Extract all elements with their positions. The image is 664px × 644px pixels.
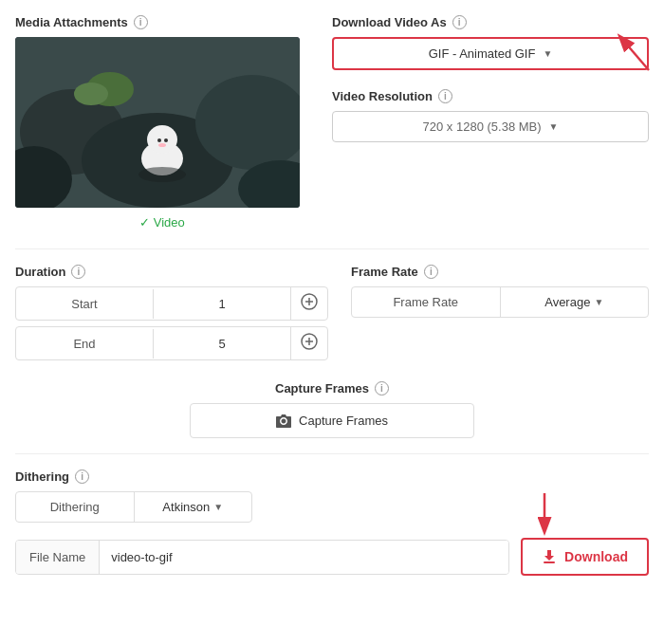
format-arrow-container: GIF - Animated GIF ▼ [332, 37, 649, 70]
start-value[interactable]: 1 [154, 289, 290, 319]
increment-icon-2 [301, 333, 318, 350]
divider-1 [15, 248, 649, 249]
download-video-as-title: Download Video As [332, 15, 447, 29]
capture-section: Capture Frames i Capture Frames [15, 381, 649, 438]
framerate-col-label: Frame Rate [352, 287, 501, 317]
resolution-value: 720 x 1280 (5.38 MB) [423, 120, 542, 134]
filename-input[interactable] [100, 541, 508, 574]
media-attachments-panel: Media Attachments i [15, 15, 309, 230]
start-row: Start 1 [15, 286, 328, 321]
capture-frames-title: Capture Frames [275, 381, 369, 396]
download-options-panel: Download Video As i GIF - Animated GIF ▼… [332, 15, 649, 230]
svg-point-7 [74, 83, 108, 105]
dithering-row: Dithering Atkinson ▼ [15, 491, 252, 523]
camera-icon [276, 414, 291, 428]
svg-point-13 [164, 138, 168, 142]
frame-rate-title: Frame Rate [351, 265, 418, 279]
resolution-select[interactable]: 720 x 1280 (5.38 MB) ▼ [332, 111, 649, 142]
start-increment-btn[interactable] [290, 287, 327, 320]
end-value[interactable]: 5 [154, 329, 290, 359]
middle-section: Duration i Start 1 End 5 [15, 265, 649, 366]
dithering-value-select[interactable]: Atkinson ▼ [135, 492, 252, 522]
end-row: End 5 [15, 326, 328, 360]
media-thumbnail [15, 37, 300, 208]
filename-label: File Name [16, 541, 100, 574]
divider-2 [15, 453, 649, 454]
dithering-value: Atkinson [162, 500, 210, 514]
thumbnail-svg [15, 37, 300, 208]
capture-frames-info-icon[interactable]: i [375, 381, 389, 396]
filename-row: File Name [15, 540, 509, 575]
framerate-dropdown-arrow: ▼ [594, 297, 603, 307]
start-label: Start [16, 289, 154, 319]
svg-rect-26 [544, 561, 555, 563]
dithering-col-label: Dithering [16, 492, 135, 522]
media-attachments-info-icon[interactable]: i [134, 15, 148, 29]
dithering-info-icon[interactable]: i [75, 469, 89, 484]
format-value: GIF - Animated GIF [429, 46, 536, 61]
increment-icon [301, 293, 318, 310]
bottom-section: File Name Download [15, 538, 649, 576]
end-increment-btn[interactable] [290, 327, 327, 359]
download-arrow-indicator [521, 488, 568, 536]
svg-line-17 [620, 37, 649, 70]
capture-frames-btn[interactable]: Capture Frames [190, 403, 474, 438]
format-dropdown-arrow: ▼ [543, 48, 552, 59]
duration-info-icon[interactable]: i [71, 265, 85, 279]
download-btn[interactable]: Download [521, 538, 649, 576]
resolution-info-icon[interactable]: i [438, 89, 452, 103]
capture-frames-btn-label: Capture Frames [299, 414, 388, 428]
svg-point-14 [158, 143, 166, 147]
thumbnail-image [15, 37, 300, 208]
download-video-as-info-icon[interactable]: i [452, 15, 467, 29]
svg-point-12 [157, 138, 161, 142]
video-label: Video [15, 215, 309, 230]
red-arrow-indicator [601, 28, 658, 75]
dithering-title: Dithering [15, 469, 69, 484]
media-attachments-title: Media Attachments [15, 15, 128, 29]
frame-rate-info-icon[interactable]: i [424, 265, 438, 279]
download-btn-label: Download [564, 549, 628, 564]
end-label: End [16, 329, 154, 359]
svg-point-15 [138, 167, 186, 182]
framerate-row: Frame Rate Average ▼ [351, 286, 649, 318]
duration-title: Duration [15, 265, 65, 279]
resolution-dropdown-arrow: ▼ [549, 121, 559, 132]
resolution-title: Video Resolution [332, 89, 433, 103]
framerate-panel: Frame Rate i Frame Rate Average ▼ [351, 265, 649, 366]
framerate-value: Average [544, 295, 590, 309]
resolution-section: Video Resolution i 720 x 1280 (5.38 MB) … [332, 89, 649, 142]
framerate-value-select[interactable]: Average ▼ [501, 287, 649, 317]
dithering-dropdown-arrow: ▼ [213, 502, 223, 512]
download-icon [542, 549, 557, 564]
duration-panel: Duration i Start 1 End 5 [15, 265, 328, 366]
